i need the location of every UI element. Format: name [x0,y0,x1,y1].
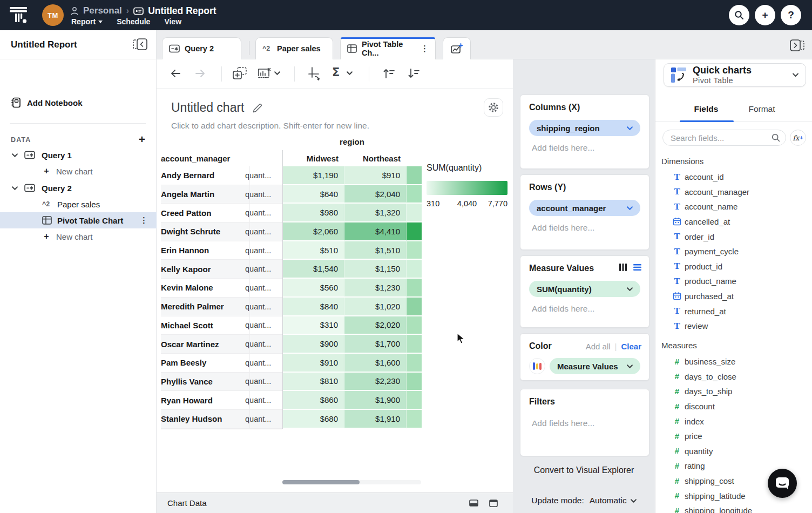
maximize-panel-icon[interactable] [489,500,498,507]
edit-pencil-icon[interactable] [253,103,263,113]
duplicate-chart-button[interactable] [232,66,247,80]
undo-back-button[interactable] [170,68,181,79]
field-item-days_to_close[interactable]: #days_to_close [655,369,812,384]
tab-query-2[interactable]: Query 2 [162,37,241,59]
report-title[interactable]: Untitled Report [148,5,216,17]
rows-layout-icon[interactable] [633,264,641,271]
field-item-index[interactable]: #index [655,414,812,429]
tab-paper-sales[interactable]: ^2 Paper sales [255,37,333,59]
pivot-row: Angela Martinquant...$640$2,040 [157,185,422,204]
tab-pivot-table-chart[interactable]: Pivot Table Ch... ⋮ [340,37,436,59]
chart-title[interactable]: Untitled chart [171,100,263,115]
minimize-panel-icon[interactable] [469,500,478,507]
field-pill-shipping-region[interactable]: shipping_region [529,120,640,136]
quick-charts-selector[interactable]: Quick charts Pivot Table [664,63,806,87]
sidebar-item-paper-sales[interactable]: ^2 Paper sales [0,196,157,212]
pivot-row: Kelly Kapoorquant...$1,540$1,150 [157,260,422,279]
chart-settings-button[interactable] [484,98,503,117]
sidebar-item-pivot-table-chart[interactable]: Pivot Table Chart ⋮ [0,212,157,228]
avatar[interactable]: TM [42,4,64,26]
field-item-returned_at[interactable]: Treturned_at [655,303,812,319]
chevron-down-icon[interactable] [347,71,353,75]
field-item-cancelled_at[interactable]: cancelled_at [655,214,812,230]
field-item-account_manager[interactable]: Taccount_manager [655,185,812,200]
field-item-order_id[interactable]: Torder_id [655,229,812,244]
add-fields-dropzone[interactable]: Add fields here... [529,223,640,233]
chevron-down-icon[interactable] [274,71,280,75]
field-item-shipping_longitude[interactable]: #shipping_longitude [655,503,812,513]
sidebar-item-new-chart[interactable]: + New chart [0,228,157,245]
sidebar-item-query-1[interactable]: Query 1 [0,147,157,163]
redo-forward-button[interactable] [194,68,206,79]
text-field-icon: T [674,232,680,241]
clear-chart-button[interactable] [257,67,271,80]
add-button[interactable]: + [755,5,775,25]
menu-report[interactable]: Report [71,17,103,26]
workspace-name[interactable]: Personal [83,5,122,16]
chart-description-placeholder[interactable]: Click to add chart description. Shift-en… [171,121,369,131]
field-item-business_size[interactable]: #business_size [655,354,812,369]
sidebar-item-query-2[interactable]: Query 2 [0,180,157,196]
color-add-all-link[interactable]: Add all [586,342,611,351]
heatmap-cell: $1,700 [344,335,407,354]
field-item-product_id[interactable]: Tproduct_id [655,259,812,274]
search-button[interactable] [729,5,749,25]
columns-layout-icon[interactable] [619,264,627,271]
menu-schedule[interactable]: Schedule [117,17,150,26]
chevron-down-icon[interactable] [12,153,18,157]
row-label: Erin Hannon [161,241,245,260]
tab-fields[interactable]: Fields [679,104,733,114]
chevron-down-icon[interactable] [12,186,18,190]
tab-kebab-menu-icon[interactable]: ⋮ [421,44,429,53]
field-pill-account-manager[interactable]: account_manager [529,200,640,216]
convert-to-visual-explorer-button[interactable]: Convert to Visual Explorer [513,465,655,475]
chat-support-button[interactable] [768,469,797,498]
kebab-menu-icon[interactable]: ⋮ [140,215,148,225]
field-item-days_to_ship[interactable]: #days_to_ship [655,384,812,399]
sort-descending-button[interactable] [407,68,421,79]
horizontal-scrollbar-track[interactable] [282,480,421,484]
swap-axes-button[interactable] [308,66,322,81]
add-fields-dropzone[interactable]: Add fields here... [529,143,640,153]
field-item-payment_cycle[interactable]: Tpayment_cycle [655,244,812,259]
field-item-account_id[interactable]: Taccount_id [655,170,812,185]
measure-values-card: Measure Values SUM(quantity) Add fields … [520,255,649,328]
field-pill-sum-quantity[interactable]: SUM(quantity) [529,281,640,297]
add-fields-dropzone[interactable]: Add fields here... [529,418,640,428]
update-mode-select[interactable]: Automatic [590,496,637,505]
app-logo-icon[interactable] [9,5,29,25]
color-field-pill[interactable]: Measure Values [550,358,640,374]
measure-cell-label: quant... [245,279,282,297]
new-chart-tab-button[interactable] [443,37,471,59]
text-field-icon: T [674,276,680,286]
tab-strip: Query 2 ^2 Paper sales Pivot Table Ch...… [157,30,812,59]
add-notebook-button[interactable]: Add Notebook [11,97,83,108]
add-formula-button[interactable]: fx+ [790,130,806,146]
color-palette-icon[interactable] [529,358,545,374]
row-label: Andy Bernard [161,166,245,185]
column-header-midwest: Midwest [282,150,344,166]
add-fields-dropzone[interactable]: Add fields here... [529,304,640,314]
heatmap-cell: $1,510 [344,241,407,260]
field-item-product_name[interactable]: Tproduct_name [655,274,812,289]
field-item-review[interactable]: Treview [655,319,812,334]
sigma-aggregate-button[interactable]: Σ [332,66,340,79]
legend-title: SUM(quantity) [427,163,508,173]
horizontal-scrollbar-thumb[interactable] [282,480,360,484]
field-item-price[interactable]: #price [655,429,812,444]
menu-view[interactable]: View [164,17,181,26]
chart-data-bar[interactable]: Chart Data [157,492,513,513]
sidebar-item-new-chart[interactable]: + New chart [0,163,157,179]
collapse-right-panel-icon[interactable] [790,39,804,51]
collapse-sidebar-icon[interactable] [133,38,147,50]
sort-ascending-button[interactable] [382,68,396,79]
search-fields-input[interactable] [662,130,786,146]
add-data-button[interactable]: + [139,133,145,146]
color-clear-link[interactable]: Clear [621,342,641,351]
field-item-purchased_at[interactable]: purchased_at [655,289,812,304]
field-item-discount[interactable]: #discount [655,399,812,414]
field-item-account_name[interactable]: Taccount_name [655,199,812,214]
help-button[interactable]: ? [781,5,801,25]
field-item-quantity[interactable]: #quantity [655,444,812,459]
tab-format[interactable]: Format [735,104,789,114]
